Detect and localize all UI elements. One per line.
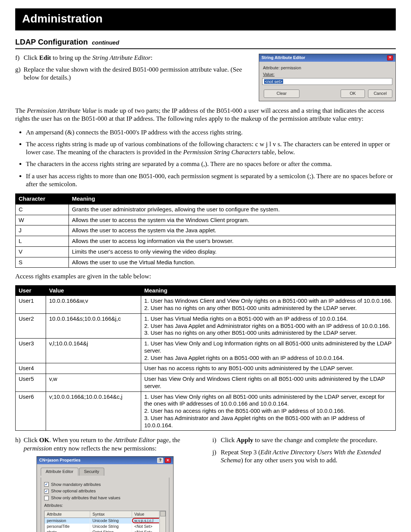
character-table: Character Meaning CGrants the user admin… [15, 193, 396, 268]
chk-optional-label: Show optional attributes [51, 489, 96, 494]
list-item[interactable]: permissionUnicode Stringw,v,p,s,j,c,l [45, 518, 159, 524]
clear-button[interactable]: Clear [264, 89, 299, 98]
vscrollbar[interactable] [159, 511, 166, 532]
step-h-text: Click OK. When you return to the Attribu… [24, 436, 199, 452]
step-h-post: entry now reflects the new permissions: [52, 445, 157, 452]
meaning-cell: 1. User has View Only and Log Informatio… [141, 339, 396, 363]
value-input[interactable]: <not set> [262, 78, 392, 85]
step-h-marker: h) [15, 436, 24, 452]
ok-button[interactable]: OK [341, 89, 365, 98]
step-f-pre: Click [24, 54, 39, 61]
ae-col-1[interactable]: Syntax [90, 511, 132, 518]
ae-titlebar: CN=jason Properties ? × [37, 457, 173, 464]
table-row: User5v,wUser has View Only and Windows C… [16, 374, 396, 392]
cancel-button[interactable]: Cancel [368, 89, 392, 98]
rule-b-em: Permission String Characters [183, 149, 260, 156]
value-cell: v,w [46, 374, 141, 392]
tab-attribute-editor[interactable]: Attribute Editor [41, 468, 78, 476]
step-f-marker: f) [15, 54, 24, 62]
top-right-col: String Attribute Editor × Attribute: per… [259, 54, 396, 102]
table-row: VLimits the user's access to only viewin… [16, 246, 396, 257]
ae-col-2[interactable]: Value [132, 511, 159, 518]
user-cell: User1 [16, 296, 46, 314]
ae-body: Attribute Editor Security ✔Show mandator… [37, 464, 173, 532]
char-cell: W [16, 215, 69, 225]
list-item[interactable]: personalTitleUnicode String<Not Set> [45, 524, 159, 529]
meaning-cell: Allows the user to access the system via… [69, 225, 396, 236]
step-h-mid: . When you return to the [49, 436, 114, 444]
close-icon[interactable]: × [387, 55, 393, 61]
table-row: User110.0.0.166&w,v1. User has Windows C… [16, 296, 396, 314]
meaning-cell: User has View Only and Windows Client ri… [141, 374, 396, 392]
ex-th-2: Meaning [141, 285, 396, 296]
user-cell: User6 [16, 391, 46, 431]
chk-optional[interactable]: ✔Show optional attributes [44, 489, 166, 494]
attr-cell: personalTitle [45, 524, 90, 529]
ae-title: CN=jason Properties [39, 458, 81, 463]
dialog-title: String Attribute Editor [261, 55, 305, 61]
char-cell: L [16, 236, 69, 247]
step-i-text: Click Apply to save the change and compl… [221, 436, 396, 444]
meaning-cell: 1. User has Virtual Media rights on a B0… [141, 313, 396, 338]
chk-have-values[interactable]: Show only attributes that have values [44, 495, 166, 501]
close-icon[interactable]: × [165, 458, 171, 463]
step-h-bold: OK [39, 436, 49, 444]
meaning-cell: Allows the user to access the system via… [69, 215, 396, 225]
list-item[interactable]: photoOctet String<Not Set> [45, 529, 159, 532]
step-j-marker: j) [212, 448, 221, 465]
value-cell: v;10.0.0.166&;10.0.0.164&c,j [46, 391, 141, 431]
help-icon[interactable]: ? [157, 458, 163, 463]
user-cell: User4 [16, 363, 46, 374]
dialog-body: Attribute: permission Value: <not set> [259, 62, 395, 90]
ae-scroll: Attribute Syntax Value permissionUnicode… [45, 511, 166, 532]
step-h-em2: permission [24, 445, 52, 452]
syntax-cell: Octet String [90, 529, 132, 532]
rule-b-post: table, below. [260, 149, 295, 156]
chk-mandatory[interactable]: ✔Show mandatory attributes [44, 482, 166, 487]
chk-have-values-label: Show only attributes that have values [51, 495, 120, 501]
string-attribute-editor-dialog: String Attribute Editor × Attribute: per… [259, 54, 396, 102]
rule-b: The access rights string is made up of v… [26, 140, 396, 157]
value-cell: <Not Set> [132, 529, 159, 532]
meaning-cell: 1. User has View Only rights on all B051… [141, 391, 396, 431]
attr-cell: permission [45, 518, 90, 524]
pav-em: Permission Attribute Value [27, 107, 97, 114]
table-row: User6v;10.0.0.166&;10.0.0.164&c,j1. User… [16, 391, 396, 431]
char-cell: C [16, 204, 69, 215]
ex-th-0: User [16, 285, 46, 296]
page: Administration LDAP Configuration contin… [0, 0, 411, 532]
table-row: WAllows the user to access the system vi… [16, 215, 396, 225]
highlight-oval [132, 518, 159, 523]
bottom-row: h) Click OK. When you return to the Attr… [15, 436, 396, 532]
section-continued: continued [92, 39, 119, 46]
syntax-cell: Unicode String [90, 524, 132, 529]
rules-list: An ampersand (&) connects the B051-000's… [15, 128, 396, 189]
ae-tabpanel: ✔Show mandatory attributes ✔Show optiona… [41, 478, 169, 532]
chk-mandatory-label: Show mandatory attributes [51, 482, 101, 487]
table-row: SAllows the user to use the Virtual Medi… [16, 257, 396, 268]
step-i: i) Click Apply to save the change and co… [212, 436, 396, 444]
step-f-post: : [151, 54, 153, 61]
top-row: f) Click Edit to bring up the String Att… [15, 54, 396, 102]
char-cell: V [16, 246, 69, 257]
pav-pre: The [15, 107, 27, 114]
table-row: User4User has no access rights to any B0… [16, 363, 396, 374]
step-f-mid: to bring up the [51, 54, 92, 61]
step-j: j) Repeat Step 3 (Edit Active Directory … [212, 448, 396, 465]
step-g: g) Replace the value shown with the desi… [15, 66, 247, 82]
tab-security[interactable]: Security [79, 468, 104, 476]
page-title-bar: Administration [15, 8, 396, 30]
syntax-cell: Unicode String [90, 518, 132, 524]
section-title: LDAP Configuration [15, 38, 88, 46]
rule-d: If a user has access rights to more than… [26, 172, 396, 189]
char-cell: S [16, 257, 69, 268]
value-label: Value: [263, 72, 392, 77]
ex-th-1: Value [46, 285, 141, 296]
step-j-post: ) for any other users you wish to add. [241, 457, 338, 464]
checkbox-icon [44, 496, 49, 500]
table-row: LAllows the user to access log informati… [16, 236, 396, 247]
ae-col-0[interactable]: Attribute [45, 511, 90, 518]
step-h-mid2: page, the [155, 436, 180, 444]
bottom-right-col: i) Click Apply to save the change and co… [212, 436, 396, 468]
scroll-up-icon[interactable] [160, 511, 166, 516]
